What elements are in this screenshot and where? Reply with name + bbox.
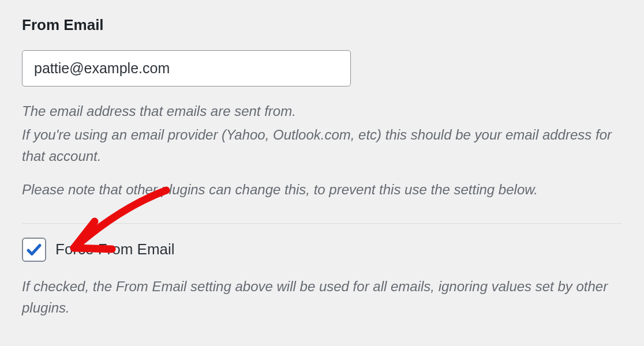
checkmark-icon <box>25 241 43 258</box>
from-email-help-3: Please note that other plugins can chang… <box>22 179 622 200</box>
force-from-email-checkbox[interactable] <box>22 238 46 262</box>
force-from-email-label[interactable]: Force From Email <box>55 240 175 258</box>
section-divider <box>22 223 622 224</box>
from-email-label: From Email <box>22 16 622 34</box>
force-from-email-help: If checked, the From Email setting above… <box>22 276 622 318</box>
force-from-email-row: Force From Email <box>22 238 622 262</box>
from-email-section: From Email The email address that emails… <box>22 16 622 200</box>
from-email-help-2: If you're using an email provider (Yahoo… <box>22 124 622 167</box>
from-email-help-1: The email address that emails are sent f… <box>22 100 622 122</box>
from-email-input[interactable] <box>22 50 351 86</box>
